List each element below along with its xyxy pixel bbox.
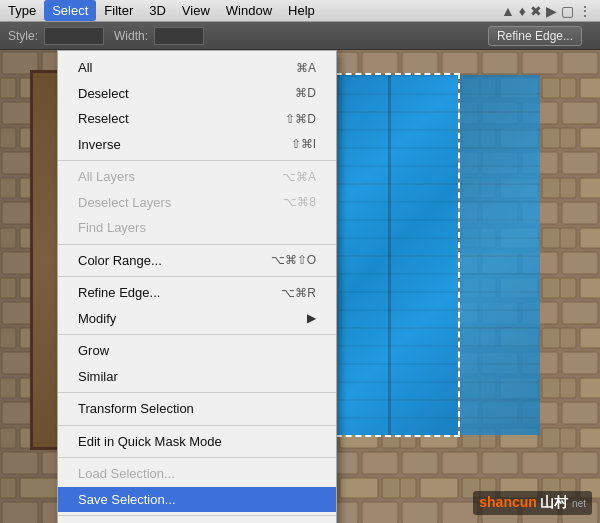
refine-edge-button[interactable]: Refine Edge... <box>488 26 582 46</box>
menu-item-find-layers: Find Layers <box>58 215 336 241</box>
menu-item-load-selection: Load Selection... <box>58 461 336 487</box>
menu-item-transform-selection[interactable]: Transform Selection <box>58 396 336 422</box>
menu-item-save-selection[interactable]: Save Selection... <box>58 487 336 513</box>
menu-item-similar[interactable]: Similar <box>58 364 336 390</box>
menu-item-new-3d-extrusion[interactable]: New 3D Extrusion <box>58 519 336 523</box>
separator-5 <box>58 392 336 393</box>
shutter-divider <box>388 75 391 435</box>
separator-2 <box>58 244 336 245</box>
main-canvas-area: shancun 山村 net All ⌘A Deselect ⌘D Resele… <box>0 50 600 523</box>
select-dropdown-menu: All ⌘A Deselect ⌘D Reselect ⇧⌘D Inverse … <box>57 50 337 523</box>
separator-4 <box>58 334 336 335</box>
menubar-item-type[interactable]: Type <box>0 0 44 21</box>
style-input[interactable] <box>44 27 104 45</box>
width-label: Width: <box>114 29 148 43</box>
watermark-cn: 山村 <box>540 494 568 510</box>
menu-item-reselect[interactable]: Reselect ⇧⌘D <box>58 106 336 132</box>
menubar: Type Select Filter 3D View Window Help ▲… <box>0 0 600 22</box>
menu-item-modify[interactable]: Modify ▶ <box>58 306 336 332</box>
separator-8 <box>58 515 336 516</box>
shutter-right-slats <box>460 75 540 435</box>
width-input[interactable] <box>154 27 204 45</box>
blue-shutter <box>318 75 458 435</box>
menu-item-color-range[interactable]: Color Range... ⌥⌘⇧O <box>58 248 336 274</box>
separator-1 <box>58 160 336 161</box>
watermark-brand: shancun <box>479 494 537 510</box>
style-label: Style: <box>8 29 38 43</box>
menubar-item-select[interactable]: Select <box>44 0 96 21</box>
menu-item-all-layers: All Layers ⌥⌘A <box>58 164 336 190</box>
watermark-sub: net <box>572 498 586 509</box>
menubar-item-3d[interactable]: 3D <box>141 0 174 21</box>
menu-item-deselect-layers: Deselect Layers ⌥⌘8 <box>58 190 336 216</box>
blue-shutter-right <box>460 75 540 435</box>
menubar-item-filter[interactable]: Filter <box>96 0 141 21</box>
menu-item-quick-mask[interactable]: Edit in Quick Mask Mode <box>58 429 336 455</box>
menubar-item-view[interactable]: View <box>174 0 218 21</box>
separator-6 <box>58 425 336 426</box>
menu-item-grow[interactable]: Grow <box>58 338 336 364</box>
watermark: shancun 山村 net <box>473 491 592 515</box>
menu-item-all[interactable]: All ⌘A <box>58 55 336 81</box>
menu-item-deselect[interactable]: Deselect ⌘D <box>58 81 336 107</box>
menu-item-refine-edge[interactable]: Refine Edge... ⌥⌘R <box>58 280 336 306</box>
separator-7 <box>58 457 336 458</box>
menubar-item-window[interactable]: Window <box>218 0 280 21</box>
blue-shutter-container <box>318 75 458 435</box>
menu-item-inverse[interactable]: Inverse ⇧⌘I <box>58 132 336 158</box>
menubar-item-help[interactable]: Help <box>280 0 323 21</box>
toolbar2: Style: Width: Refine Edge... <box>0 22 600 50</box>
separator-3 <box>58 276 336 277</box>
